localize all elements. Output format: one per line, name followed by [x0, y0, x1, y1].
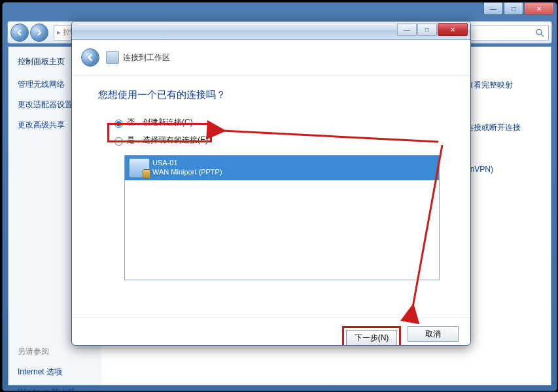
- right-link[interactable]: 连接或断开连接: [466, 122, 538, 133]
- dialog-maximize-button[interactable]: □: [417, 23, 437, 36]
- radio-use-existing[interactable]: 是，选择现有的连接(E): [111, 135, 444, 146]
- radio-create-new[interactable]: 否，创建新连接(C): [111, 117, 444, 128]
- radio-create-new-input[interactable]: [114, 120, 123, 128]
- right-links: 查看完整映射 连接或断开连接 unVPN): [466, 80, 538, 205]
- radio-create-new-label: 否，创建新连接(C): [127, 117, 193, 128]
- list-item[interactable]: USA-01 WAN Miniport (PPTP): [125, 155, 439, 180]
- arrow-right-icon: [36, 29, 43, 36]
- next-button-highlight: 下一步(N): [342, 326, 401, 346]
- radio-use-existing-input[interactable]: [114, 137, 123, 146]
- existing-connections-list[interactable]: USA-01 WAN Miniport (PPTP): [124, 155, 440, 280]
- parent-titlebar: — □ ✕: [3, 3, 557, 20]
- svg-line-1: [541, 34, 544, 37]
- workplace-icon: [106, 51, 119, 64]
- right-link[interactable]: unVPN): [466, 165, 538, 174]
- dialog-question: 您想使用一个已有的连接吗？: [98, 89, 444, 101]
- arrow-left-icon: [86, 54, 94, 61]
- see-also-link[interactable]: Internet 选项: [18, 367, 101, 378]
- connect-workplace-dialog: — □ ✕ 连接到工作区 您想使用一个已有的连接吗？ 否，创建新连接(C) 是，…: [71, 21, 471, 346]
- dialog-close-button[interactable]: ✕: [438, 23, 468, 36]
- svg-point-0: [536, 29, 542, 35]
- parent-maximize-button[interactable]: □: [504, 3, 523, 15]
- parent-close-button[interactable]: ✕: [524, 3, 554, 15]
- dialog-minimize-button[interactable]: —: [397, 23, 417, 36]
- parent-minimize-button[interactable]: —: [483, 3, 503, 15]
- dialog-titlebar: — □ ✕: [72, 22, 470, 40]
- see-also-link[interactable]: Windows 防火墙: [18, 387, 101, 391]
- see-also-header: 另请参阅: [18, 346, 101, 357]
- network-icon: [129, 158, 150, 178]
- dialog-back-button[interactable]: [81, 48, 99, 67]
- nav-back-button[interactable]: [10, 24, 29, 42]
- nav-forward-button[interactable]: [30, 24, 48, 42]
- connection-detail: WAN Miniport (PPTP): [152, 167, 222, 176]
- dialog-body: 您想使用一个已有的连接吗？ 否，创建新连接(C) 是，选择现有的连接(E) US…: [72, 76, 470, 318]
- dialog-footer: 下一步(N) 取消: [72, 318, 470, 346]
- radio-use-existing-label: 是，选择现有的连接(E): [127, 135, 208, 146]
- arrow-left-icon: [16, 29, 23, 36]
- dialog-title: 连接到工作区: [123, 52, 170, 63]
- search-icon: [535, 28, 544, 37]
- connection-name: USA-01: [152, 158, 222, 167]
- right-link[interactable]: 查看完整映射: [466, 80, 538, 91]
- cancel-button[interactable]: 取消: [408, 326, 459, 342]
- dialog-header: 连接到工作区: [72, 40, 470, 76]
- next-button[interactable]: 下一步(N): [346, 330, 397, 346]
